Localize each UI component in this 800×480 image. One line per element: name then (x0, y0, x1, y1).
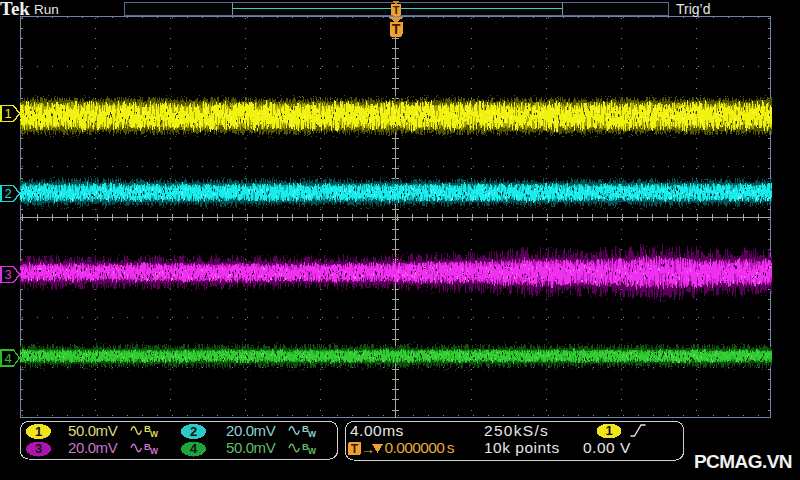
svg-text:T: T (351, 442, 359, 456)
svg-text:W: W (308, 446, 317, 456)
svg-text:3: 3 (4, 267, 11, 282)
svg-text:W: W (150, 446, 159, 456)
svg-text:W: W (150, 429, 159, 439)
svg-text:W: W (308, 429, 317, 439)
svg-text:T: T (392, 21, 401, 37)
svg-text:T: T (393, 4, 400, 16)
svg-text:4: 4 (4, 351, 11, 366)
svg-text:2: 2 (4, 186, 11, 201)
svg-text:1: 1 (4, 106, 11, 121)
